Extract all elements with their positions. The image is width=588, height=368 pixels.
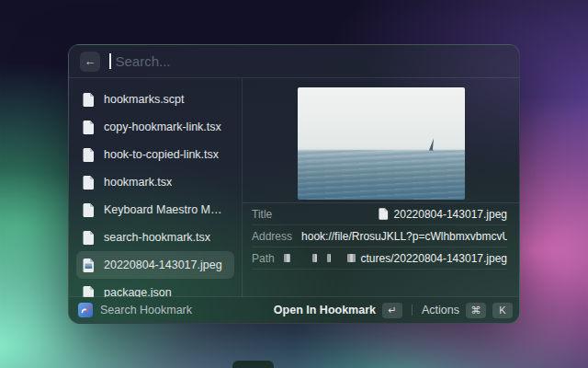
metadata-row-address: Address hook://file/RrosuJKLL?p=cWlhbmxv… [252,225,507,247]
path-label: Path [252,252,275,265]
redacted-block [347,254,356,262]
list-item-label: hookmarks.scpt [104,93,185,106]
path-text: ctures/20220804-143017.jpeg [361,252,507,265]
address-value: hook://file/RrosuJKLL?p=cWlhbmxvbmcvUGlj… [301,229,507,243]
list-item-label: 20220804-143017.jpeg [104,259,222,271]
list-item[interactable]: search-hookmark.tsx [76,224,234,251]
list-item-label: hookmark.tsx [104,176,172,189]
metadata-row-title: Title 20220804-143017.jpeg [252,203,507,225]
footer-bar: Search Hookmark Open In Hookmark ↵ Actio… [69,296,519,323]
redacted-block [284,254,291,262]
path-value: ctures/20220804-143017.jpeg [284,252,507,265]
metadata-section: Title 20220804-143017.jpeg Address hook:… [243,202,519,270]
image-file-icon [83,259,95,272]
arrow-left-icon: ← [85,54,96,68]
list-item-label: copy-hookmark-link.tsx [104,121,221,133]
metadata-row-path: Path ctures/20220804-143017.jpeg [252,247,507,270]
command-key-icon[interactable]: ⌘ [466,303,486,318]
k-key-icon[interactable]: K [492,303,513,318]
footer-actions: Open In Hookmark ↵ Actions ⌘ K [274,303,513,318]
redacted-block [327,254,331,262]
title-text: 20220804-143017.jpeg [394,208,507,221]
list-item[interactable]: hookmark.tsx [76,168,234,196]
document-icon [83,148,95,162]
list-item[interactable]: hook-to-copied-link.tsx [76,141,234,168]
launcher-window: ← hookmarks.scpt copy-hookmark-link.tsx [68,44,520,324]
list-item-selected[interactable]: 20220804-143017.jpeg [76,251,234,279]
title-value: 20220804-143017.jpeg [379,208,507,221]
list-item-label: Keyboard Maestro Macros.k... [104,203,228,216]
address-text: hook://file/RrosuJKLL?p=cWlhbmxvbmcvUGlj… [301,230,507,243]
text-caret [109,53,111,69]
open-in-hookmark-button[interactable]: Open In Hookmark [274,304,376,316]
footer-app-name: Search Hookmark [100,304,192,316]
background-window-peek [232,361,274,368]
detail-panel: Title 20220804-143017.jpeg Address hook:… [243,78,519,297]
file-icon [379,208,389,220]
image-preview [298,87,465,200]
redacted-block [312,254,316,262]
document-icon [83,203,95,217]
sailboat [428,138,435,151]
title-label: Title [252,208,272,221]
footer-app: Search Hookmark [78,303,192,317]
list-item-label: search-hookmark.tsx [104,231,210,244]
list-item-label: hook-to-copied-link.tsx [104,148,219,161]
results-list: hookmarks.scpt copy-hookmark-link.tsx ho… [69,78,242,297]
list-item[interactable]: hookmarks.scpt [76,86,234,113]
document-icon [83,231,95,245]
list-item[interactable]: copy-hookmark-link.tsx [76,113,234,141]
back-button[interactable]: ← [80,52,100,72]
hookmark-icon [78,303,93,317]
document-icon [83,93,95,107]
list-item[interactable]: package.json [76,279,234,297]
enter-key-icon[interactable]: ↵ [382,303,402,318]
list-item[interactable]: Keyboard Maestro Macros.k... [76,196,234,224]
address-label: Address [252,230,292,243]
search-input[interactable] [114,53,509,69]
search-header: ← [69,45,519,78]
document-icon [83,176,95,190]
actions-button[interactable]: Actions [422,304,459,316]
document-icon [83,121,95,134]
content-area: hookmarks.scpt copy-hookmark-link.tsx ho… [69,78,519,297]
footer-separator [412,305,413,316]
